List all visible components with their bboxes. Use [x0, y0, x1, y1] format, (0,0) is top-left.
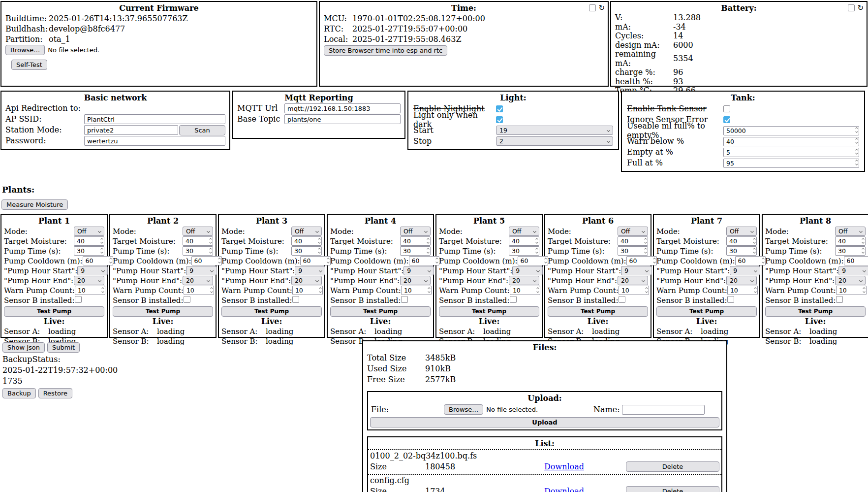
pump-time-input[interactable]: [291, 246, 322, 256]
mode-select[interactable]: Off: [618, 227, 648, 236]
stepper-icons[interactable]: [102, 288, 104, 293]
sensor-b-installed-checkbox[interactable]: [401, 296, 408, 303]
pump-hour-end-select[interactable]: 20: [509, 276, 539, 285]
mode-select[interactable]: Off: [835, 227, 866, 236]
stepper-icons[interactable]: [210, 248, 212, 253]
stepper-icons[interactable]: [427, 248, 429, 253]
pump-hour-start-select[interactable]: 9: [512, 266, 543, 275]
stepper-icons[interactable]: [536, 238, 538, 243]
target-moisture-input[interactable]: [183, 236, 213, 246]
target-moisture-input[interactable]: [400, 236, 431, 246]
pump-hour-start-select[interactable]: 9: [838, 266, 868, 275]
pump-hour-start-select[interactable]: 9: [77, 266, 108, 275]
submit-button[interactable]: Submit: [47, 342, 80, 353]
stepper-icons[interactable]: [762, 258, 764, 263]
stepper-icons[interactable]: [862, 248, 864, 253]
pump-cooldown-input[interactable]: [518, 256, 548, 265]
pump-hour-end-select[interactable]: 20: [835, 276, 866, 285]
target-moisture-input[interactable]: [726, 236, 757, 246]
warn-pump-count-input[interactable]: [292, 286, 323, 295]
pump-cooldown-input[interactable]: [844, 256, 868, 265]
base-topic-input[interactable]: [284, 114, 401, 124]
sensor-b-installed-checkbox[interactable]: [836, 296, 843, 303]
stepper-icons[interactable]: [218, 258, 220, 263]
show-json-button[interactable]: Show Json: [2, 342, 45, 353]
station-mode-input[interactable]: [84, 125, 178, 135]
pump-hour-end-select[interactable]: 20: [618, 276, 648, 285]
stepper-icons[interactable]: [428, 288, 430, 293]
stepper-icons[interactable]: [436, 258, 438, 263]
warn-pump-count-input[interactable]: [75, 286, 105, 295]
stepper-icons[interactable]: [653, 258, 655, 263]
stepper-icons[interactable]: [318, 238, 320, 243]
mqtt-url-input[interactable]: [284, 103, 401, 113]
stepper-icons[interactable]: [101, 238, 103, 243]
stepper-icons[interactable]: [545, 258, 547, 263]
target-moisture-input[interactable]: [835, 236, 866, 246]
light-stop-select[interactable]: 2: [496, 136, 613, 146]
pump-hour-end-select[interactable]: 20: [74, 276, 104, 285]
restore-button[interactable]: Restore: [38, 388, 72, 398]
test-pump-button[interactable]: Test Pump: [765, 306, 866, 317]
stepper-icons[interactable]: [754, 288, 756, 293]
mode-select[interactable]: Off: [509, 227, 539, 236]
stepper-icons[interactable]: [856, 128, 858, 132]
pump-cooldown-input[interactable]: [626, 256, 657, 265]
ap-ssid-input[interactable]: [84, 114, 225, 124]
target-moisture-input[interactable]: [618, 236, 648, 246]
target-moisture-input[interactable]: [74, 236, 104, 246]
stepper-icons[interactable]: [753, 248, 755, 253]
warn-pump-count-input[interactable]: [836, 286, 867, 295]
ignore-sensor-error-checkbox[interactable]: [723, 116, 730, 123]
warn-pump-count-input[interactable]: [510, 286, 540, 295]
sensor-b-installed-checkbox[interactable]: [75, 296, 82, 303]
pump-hour-start-select[interactable]: 9: [186, 266, 217, 275]
pump-time-input[interactable]: [74, 246, 104, 256]
sensor-b-installed-checkbox[interactable]: [510, 296, 517, 303]
pump-hour-start-select[interactable]: 9: [730, 266, 760, 275]
stepper-icons[interactable]: [862, 238, 864, 243]
backup-button[interactable]: Backup: [2, 388, 36, 398]
upload-browse-button[interactable]: Browse…: [444, 404, 483, 415]
pump-time-input[interactable]: [726, 246, 757, 256]
test-pump-button[interactable]: Test Pump: [221, 306, 322, 317]
stepper-icons[interactable]: [645, 238, 647, 243]
test-pump-button[interactable]: Test Pump: [113, 306, 213, 317]
test-pump-button[interactable]: Test Pump: [656, 306, 757, 317]
stepper-icons[interactable]: [318, 248, 320, 253]
sensor-b-installed-checkbox[interactable]: [727, 296, 734, 303]
test-pump-button[interactable]: Test Pump: [330, 306, 431, 317]
pump-cooldown-input[interactable]: [735, 256, 766, 265]
download-link[interactable]: Download: [544, 462, 626, 471]
sensor-b-installed-checkbox[interactable]: [619, 296, 625, 303]
pump-hour-start-select[interactable]: 9: [295, 266, 325, 275]
mode-select[interactable]: Off: [291, 227, 322, 236]
warn-pump-count-input[interactable]: [727, 286, 758, 295]
target-moisture-input[interactable]: [509, 236, 539, 246]
warn-pump-count-input[interactable]: [619, 286, 649, 295]
refresh-icon[interactable]: ↻: [857, 5, 864, 11]
pump-cooldown-input[interactable]: [191, 256, 222, 265]
pump-time-input[interactable]: [509, 246, 539, 256]
light-start-select[interactable]: 19: [496, 126, 613, 135]
mode-select[interactable]: Off: [726, 227, 757, 236]
delete-button[interactable]: Delete: [626, 461, 719, 472]
pump-hour-end-select[interactable]: 20: [400, 276, 431, 285]
stepper-icons[interactable]: [536, 248, 538, 253]
stepper-icons[interactable]: [327, 258, 329, 263]
stepper-icons[interactable]: [537, 288, 539, 293]
pump-hour-start-select[interactable]: 9: [621, 266, 651, 275]
useable-ml-input[interactable]: [723, 126, 859, 135]
scan-button[interactable]: Scan: [179, 125, 225, 135]
pump-hour-start-select[interactable]: 9: [403, 266, 434, 275]
test-pump-button[interactable]: Test Pump: [4, 306, 104, 317]
download-link[interactable]: Download: [544, 487, 626, 492]
refresh-icon[interactable]: ↻: [598, 5, 605, 11]
mode-select[interactable]: Off: [74, 227, 104, 236]
enable-tank-sensor-checkbox[interactable]: [723, 105, 730, 112]
store-browser-time-button[interactable]: Store Browser time into esp and rtc: [324, 45, 447, 56]
warn-pump-count-input[interactable]: [401, 286, 432, 295]
upload-button[interactable]: Upload: [370, 417, 719, 427]
full-at-input[interactable]: [723, 159, 859, 168]
battery-auto-refresh-checkbox[interactable]: [848, 4, 855, 11]
